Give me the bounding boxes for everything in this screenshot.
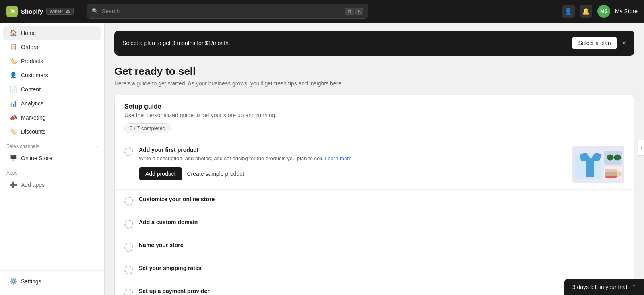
learn-more-link[interactable]: Learn more bbox=[325, 155, 351, 161]
sidebar-item-settings-label: Settings bbox=[21, 278, 41, 285]
sidebar-item-orders[interactable]: 📋 Orders bbox=[3, 40, 101, 54]
sales-channels-section[interactable]: Sales channels › bbox=[0, 139, 104, 151]
sidebar-item-online-store[interactable]: 🖥️ Online Store bbox=[3, 151, 101, 165]
sidebar-item-products[interactable]: 🏷️ Products bbox=[3, 54, 101, 68]
home-icon: 🏠 bbox=[10, 29, 17, 37]
add-product-title: Add your first product bbox=[139, 146, 566, 153]
customize-store-content: Customize your online store bbox=[139, 196, 624, 204]
banner-close-button[interactable]: × bbox=[622, 39, 626, 47]
collapse-sidebar-button[interactable]: ⟩ bbox=[638, 140, 644, 156]
sidebar-item-home[interactable]: 🏠 Home bbox=[3, 26, 101, 40]
sidebar-item-settings[interactable]: ⚙️ Settings bbox=[3, 274, 101, 288]
sidebar-item-add-apps[interactable]: ➕ Add apps bbox=[3, 178, 101, 192]
setup-guide-description: Use this personalized guide to get your … bbox=[124, 112, 624, 118]
add-product-button[interactable]: Add product bbox=[139, 167, 182, 180]
page-title: Get ready to sell bbox=[114, 65, 634, 78]
k-key: K bbox=[355, 8, 363, 15]
season-badge: Winter '25 bbox=[46, 8, 74, 15]
custom-domain-checkbox[interactable] bbox=[124, 220, 133, 229]
setup-card-header: Setup guide Use this personalized guide … bbox=[115, 95, 634, 140]
shopify-help-icon[interactable]: 👤 bbox=[562, 5, 575, 18]
custom-domain-content: Add a custom domain bbox=[139, 219, 624, 227]
shipping-rates-content: Set your shipping rates bbox=[139, 265, 624, 273]
payment-provider-content: Set up a payment provider bbox=[139, 288, 624, 295]
product-illustration bbox=[572, 146, 624, 183]
online-store-icon: 🖥️ bbox=[10, 155, 17, 162]
logo[interactable]: 🛍 Shopify Winter '25 bbox=[6, 6, 74, 17]
sidebar-item-customers-label: Customers bbox=[21, 72, 48, 78]
sidebar-item-add-apps-label: Add apps bbox=[21, 182, 45, 188]
analytics-icon: 📊 bbox=[10, 100, 17, 107]
notifications-icon[interactable]: 🔔 bbox=[580, 5, 592, 18]
banner-text: Select a plan to get 3 months for $1/mon… bbox=[122, 40, 230, 46]
sidebar-item-discounts-label: Discounts bbox=[21, 128, 45, 135]
products-icon: 🏷️ bbox=[10, 58, 17, 65]
select-plan-button[interactable]: Select a plan bbox=[572, 37, 617, 49]
store-name-label: My Store bbox=[615, 8, 638, 14]
shipping-rates-checkbox[interactable] bbox=[124, 266, 133, 274]
customize-store-title: Customize your online store bbox=[139, 196, 624, 202]
search-placeholder: Search bbox=[102, 8, 120, 14]
name-store-checkbox[interactable] bbox=[124, 243, 133, 252]
name-store-content: Name your store bbox=[139, 242, 624, 250]
search-keyboard-shortcut: ⌘ K bbox=[345, 8, 363, 15]
avatar[interactable]: MS bbox=[597, 5, 610, 18]
setup-item-shipping-rates[interactable]: Set your shipping rates bbox=[115, 258, 634, 281]
sidebar-item-orders-label: Orders bbox=[21, 44, 38, 50]
svg-rect-10 bbox=[605, 169, 617, 172]
orders-icon: 📋 bbox=[10, 43, 17, 51]
sidebar-item-marketing[interactable]: 📣 Marketing bbox=[3, 111, 101, 124]
name-store-title: Name your store bbox=[139, 242, 624, 248]
setup-item-add-product[interactable]: Add your first product Write a descripti… bbox=[115, 140, 634, 190]
sidebar-item-analytics-label: Analytics bbox=[21, 100, 43, 107]
brand-name: Shopify bbox=[21, 8, 43, 15]
search-container: 🔍 Search ⌘ K bbox=[87, 4, 368, 19]
search-icon: 🔍 bbox=[92, 8, 99, 14]
search-box[interactable]: 🔍 Search ⌘ K bbox=[87, 4, 368, 19]
create-sample-product-button[interactable]: Create sample product bbox=[187, 171, 244, 177]
progress-badge: 0 / 7 completed bbox=[124, 123, 171, 133]
apps-section[interactable]: Apps › bbox=[0, 165, 104, 177]
sidebar-item-online-store-label: Online Store bbox=[21, 155, 52, 161]
banner-actions: Select a plan × bbox=[572, 37, 626, 49]
trial-expand-icon: ⌃ bbox=[632, 284, 636, 290]
customers-icon: 👤 bbox=[10, 72, 17, 79]
sidebar-item-content[interactable]: 📄 Content bbox=[3, 83, 101, 96]
add-product-description: Write a description, add photos, and set… bbox=[139, 155, 566, 163]
setup-item-customize-store[interactable]: Customize your online store bbox=[115, 190, 634, 212]
sidebar-item-customers[interactable]: 👤 Customers bbox=[3, 68, 101, 82]
customize-store-checkbox[interactable] bbox=[124, 197, 133, 206]
sales-channels-label: Sales channels bbox=[6, 144, 39, 149]
sidebar-item-products-label: Products bbox=[21, 58, 43, 64]
svg-point-5 bbox=[614, 155, 621, 160]
add-product-content: Add your first product Write a descripti… bbox=[139, 146, 566, 180]
sidebar-item-marketing-label: Marketing bbox=[21, 114, 45, 121]
promotional-banner: Select a plan to get 3 months for $1/mon… bbox=[114, 31, 634, 56]
sidebar-item-discounts[interactable]: 🏷️ Discounts bbox=[3, 125, 101, 138]
add-product-checkbox[interactable] bbox=[124, 147, 133, 156]
sidebar-bottom: ⚙️ Settings bbox=[0, 270, 104, 295]
marketing-icon: 📣 bbox=[10, 114, 17, 121]
trial-text: 3 days left in your trial bbox=[572, 284, 627, 290]
discounts-icon: 🏷️ bbox=[10, 128, 17, 135]
sidebar-item-home-label: Home bbox=[21, 30, 36, 36]
payment-provider-checkbox[interactable] bbox=[124, 289, 133, 295]
add-apps-icon: ➕ bbox=[10, 181, 17, 188]
topnav-right-actions: 👤 🔔 MS My Store bbox=[562, 5, 638, 18]
trial-banner[interactable]: 3 days left in your trial ⌃ bbox=[564, 279, 644, 295]
sidebar-navigation: 🏠 Home 📋 Orders 🏷️ Products 👤 Customers … bbox=[0, 23, 104, 270]
collapse-icon: ⟩ bbox=[640, 145, 642, 150]
setup-item-name-store[interactable]: Name your store bbox=[115, 235, 634, 258]
settings-icon: ⚙️ bbox=[10, 278, 17, 285]
setup-item-payment-provider[interactable]: Set up a payment provider bbox=[115, 281, 634, 295]
setup-guide-card: Setup guide Use this personalized guide … bbox=[114, 95, 634, 295]
add-product-actions: Add product Create sample product bbox=[139, 167, 566, 180]
svg-rect-11 bbox=[605, 176, 617, 178]
setup-item-custom-domain[interactable]: Add a custom domain bbox=[115, 212, 634, 235]
setup-guide-title: Setup guide bbox=[124, 103, 624, 110]
sidebar-item-analytics[interactable]: 📊 Analytics bbox=[3, 97, 101, 110]
top-navigation: 🛍 Shopify Winter '25 🔍 Search ⌘ K 👤 🔔 MS… bbox=[0, 0, 644, 23]
main-layout: 🏠 Home 📋 Orders 🏷️ Products 👤 Customers … bbox=[0, 23, 644, 295]
sidebar-item-content-label: Content bbox=[21, 86, 41, 93]
custom-domain-title: Add a custom domain bbox=[139, 219, 624, 225]
